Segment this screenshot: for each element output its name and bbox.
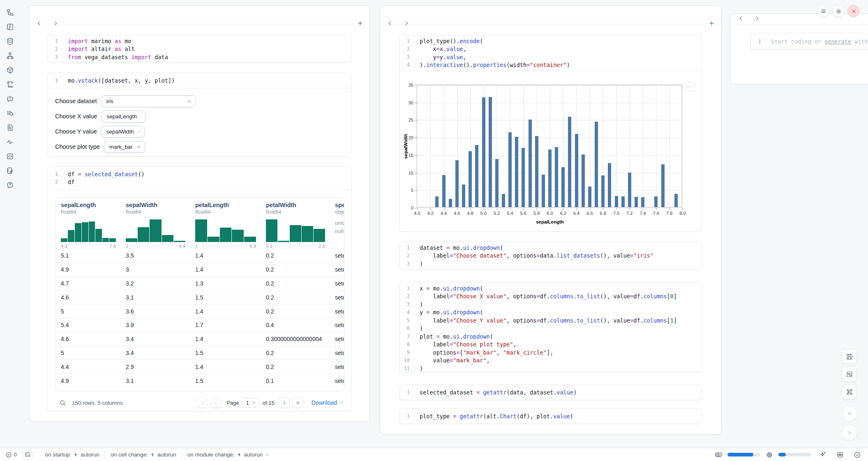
dropdown-choose-y-value[interactable]: sepalWidth — [101, 126, 145, 138]
chart-bar — [502, 194, 505, 207]
first-page-button[interactable] — [197, 397, 208, 408]
histogram-range: 4.37.9 — [61, 244, 116, 249]
sidebar-notebook-edit-button[interactable] — [2, 164, 17, 178]
autorun-segment[interactable]: on startup:autorun — [40, 452, 105, 458]
connection-status-icon[interactable] — [854, 451, 861, 459]
settings-button[interactable] — [832, 5, 845, 17]
table-row: 4.63.41.40.3000000000000004setosa — [56, 332, 344, 346]
terminal-button[interactable] — [23, 450, 33, 459]
error-indicator[interactable]: 0 — [5, 452, 17, 458]
table-cell: 3.6 — [121, 308, 190, 315]
play-icon — [846, 429, 854, 437]
last-page-button[interactable] — [292, 397, 303, 408]
sidebar-code-box-button[interactable] — [2, 149, 17, 164]
add-cell-button[interactable] — [708, 20, 715, 27]
histogram-bar — [82, 222, 88, 242]
sidebar-file-tree-button[interactable] — [2, 5, 17, 20]
copilot-icon[interactable] — [836, 451, 844, 459]
sidebar-document-button[interactable] — [2, 120, 17, 135]
activity-icon — [6, 138, 14, 146]
column-collapse-left-icon[interactable] — [738, 15, 744, 22]
sidebar-scroll-button[interactable] — [2, 77, 17, 92]
line-number: 11 — [399, 364, 414, 372]
sidebar-function-button[interactable] — [2, 20, 17, 34]
editor-placeholder: Start coding or generate with — [766, 38, 868, 45]
fold-chevron-icon[interactable] — [411, 41, 414, 45]
dropdown-row: Choose datasetiris — [55, 95, 351, 107]
column-header-sepalLength[interactable]: sepalLengthfloat644.37.9 — [56, 198, 121, 249]
table-search-icon[interactable] — [59, 399, 66, 406]
column-header-petalWidth[interactable]: petalWidthfloat640.12.5 — [261, 198, 330, 249]
column-collapse-left-icon[interactable] — [387, 20, 393, 27]
ram-icon — [715, 451, 722, 459]
layout-button[interactable] — [842, 366, 857, 382]
y-tick-label: 10 — [409, 171, 413, 175]
chart-menu-button[interactable] — [683, 82, 695, 91]
column-collapse-right-icon[interactable] — [754, 15, 760, 22]
page-select[interactable]: 1 — [242, 398, 259, 408]
sparkles-icon[interactable] — [819, 451, 826, 459]
autorun-segment[interactable]: on cell change:autorun — [105, 452, 182, 458]
dropdown-choose-plot-type[interactable]: mark_bar — [104, 141, 145, 153]
command-palette-button[interactable] — [842, 384, 857, 399]
menu-button[interactable] — [817, 5, 829, 17]
histogram-bar — [138, 227, 149, 242]
fold-chevron-icon[interactable] — [411, 337, 414, 340]
column-collapse-right-icon[interactable] — [403, 20, 410, 27]
table-cell: 5.1 — [56, 252, 121, 259]
sidebar-activity-button[interactable] — [2, 135, 17, 149]
dropdown-choose-x-value[interactable]: sepalLength — [101, 111, 145, 122]
code-cell-imports[interactable]: 1import marimo as mo2import altair as al… — [47, 35, 352, 62]
code-line: 2 label="Choose dataset", options=data.l… — [399, 252, 702, 260]
sidebar-org-chart-button[interactable] — [2, 48, 17, 63]
code-cell-dataframe[interactable]: 1df = selected_dataset()2df sepalLengthf… — [47, 166, 352, 411]
histogram-bar — [195, 219, 207, 242]
lightning-icon — [73, 452, 78, 457]
add-cell-button[interactable] — [357, 20, 364, 27]
fold-chevron-icon[interactable] — [411, 288, 414, 292]
histogram-bar — [266, 219, 277, 242]
save-button[interactable] — [842, 349, 857, 364]
column-type: float64 — [266, 209, 325, 215]
code-cell-selected-dataset[interactable]: 1selected_dataset = getattr(data, datase… — [399, 385, 702, 400]
column-header-species[interactable]: speciesobjectunique:nulls: — [330, 198, 344, 249]
x-tick-label: 6.6 — [586, 211, 593, 216]
sidebar-list-search-button[interactable] — [2, 106, 17, 120]
status-bar: 0 on startup:autorunon cell change:autor… — [0, 448, 868, 461]
axis-tick — [603, 208, 603, 210]
sidebar-help-button[interactable] — [2, 178, 17, 192]
sidebar-package-button[interactable] — [2, 63, 17, 77]
empty-code-cell[interactable]: 1 Start coding or generate with — [750, 33, 868, 50]
autorun-segment[interactable]: on module change:autorun — [182, 452, 275, 458]
fold-chevron-icon[interactable] — [411, 248, 414, 251]
column-header-sepalWidth[interactable]: sepalWidthfloat6424.4 — [121, 198, 190, 249]
code-cell-xy-dropdowns[interactable]: 1x = mo.ui.dropdown(2 label="Choose X va… — [399, 282, 702, 372]
code-cell-plot-type[interactable]: 1plot_type = getattr(alt.Chart(df), plot… — [399, 408, 702, 424]
dropdown-choose-dataset[interactable]: iris — [101, 95, 196, 107]
download-button[interactable]: Download — [312, 399, 344, 406]
shutdown-button[interactable] — [847, 5, 860, 17]
chart-bar — [535, 136, 538, 207]
column-collapse-left-icon[interactable] — [36, 20, 42, 27]
run-button[interactable] — [842, 425, 857, 440]
prev-page-button[interactable] — [210, 397, 222, 408]
stop-button[interactable] — [842, 406, 857, 421]
histogram-bar — [290, 225, 301, 242]
next-page-button[interactable] — [279, 397, 290, 408]
table-row: 4.42.91.40.2setosa — [56, 360, 344, 373]
sidebar-database-button[interactable] — [2, 34, 17, 48]
y-tick-label: 15 — [409, 153, 413, 158]
code-line: 2 x=x.value, — [399, 45, 702, 53]
code-cell-dataset-dropdown[interactable]: 1dataset = mo.ui.dropdown(2 label="Choos… — [399, 242, 702, 270]
sidebar-chat-bot-button[interactable] — [2, 92, 17, 106]
code-cell-vstack[interactable]: 1mo.vstack([dataset, x, y, plot]) Choose… — [47, 73, 352, 157]
generate-with-ai-link[interactable]: generate — [824, 38, 851, 45]
column-collapse-right-icon[interactable] — [52, 20, 59, 27]
code-cell-chart[interactable]: 1plot_type().encode(2 x=x.value,3 y=y.va… — [399, 35, 702, 232]
fold-chevron-icon[interactable] — [411, 312, 414, 316]
range-min: 0.1 — [266, 244, 272, 249]
table-cell: 1.5 — [190, 350, 261, 356]
column-header-petalLength[interactable]: petalLengthfloat6416.9 — [190, 198, 261, 249]
table-cell: 0.2 — [261, 350, 330, 356]
code-text: plot_type = getattr(alt.Chart(df), plot.… — [414, 413, 573, 420]
